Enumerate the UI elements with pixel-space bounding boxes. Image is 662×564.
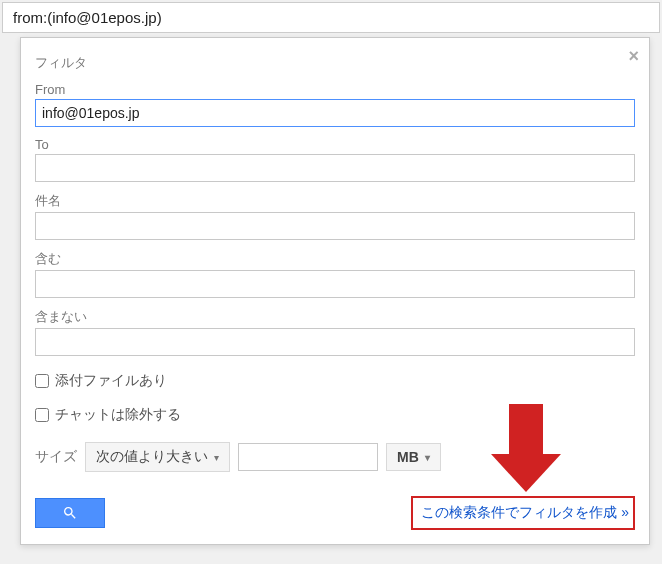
size-value-input[interactable] [238,443,378,471]
search-button[interactable] [35,498,105,528]
attachment-checkbox[interactable] [35,374,49,388]
exclude-chat-label: チャットは除外する [55,406,181,424]
create-filter-link[interactable]: この検索条件でフィルタを作成 » [421,504,629,520]
size-unit-value: MB [397,449,419,465]
search-bar[interactable]: from:(info@01epos.jp) [2,2,660,33]
size-operator-value: 次の値より大きい [96,448,208,466]
has-label: 含む [35,250,635,268]
size-operator-select[interactable]: 次の値より大きい ▾ [85,442,230,472]
from-input[interactable] [35,99,635,127]
to-label: To [35,137,635,152]
filter-panel: × フィルタ From To 件名 含む 含まない 添付ファイルあり チャットは… [20,37,650,545]
close-icon[interactable]: × [628,46,639,67]
not-has-input[interactable] [35,328,635,356]
subject-label: 件名 [35,192,635,210]
caret-icon: ▾ [425,452,430,463]
attachment-row: 添付ファイルあり [35,372,635,390]
size-label: サイズ [35,448,77,466]
panel-title: フィルタ [35,54,635,72]
exclude-chat-checkbox[interactable] [35,408,49,422]
size-unit-select[interactable]: MB ▾ [386,443,441,471]
attachment-label: 添付ファイルあり [55,372,167,390]
create-filter-highlight: この検索条件でフィルタを作成 » [411,496,635,530]
to-input[interactable] [35,154,635,182]
from-label: From [35,82,635,97]
bottom-row: この検索条件でフィルタを作成 » [35,496,635,530]
not-has-label: 含まない [35,308,635,326]
search-icon [62,505,78,521]
annotation-arrow [491,404,561,494]
subject-input[interactable] [35,212,635,240]
caret-icon: ▾ [214,452,219,463]
has-input[interactable] [35,270,635,298]
